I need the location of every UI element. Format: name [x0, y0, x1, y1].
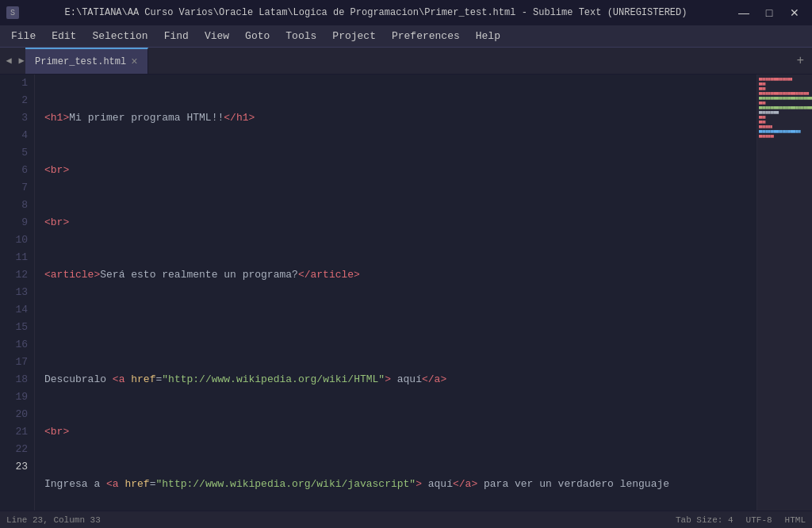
code-line-7: <br>	[44, 423, 749, 441]
tab-add-button[interactable]: +	[793, 52, 807, 70]
menu-item-project[interactable]: Project	[324, 27, 384, 45]
line-num-23: 23	[0, 458, 28, 476]
menu-item-tools[interactable]: Tools	[278, 27, 324, 45]
minimap-content: ████████████████████ ████ ████ █████████…	[757, 75, 812, 143]
tab-size: Tab Size: 4	[676, 515, 733, 525]
menu-item-preferences[interactable]: Preferences	[384, 27, 468, 45]
cursor-position: Line 23, Column 33	[6, 515, 101, 525]
code-line-4: <article>Será esto realmente un programa…	[44, 266, 749, 284]
line-num-18: 18	[0, 371, 28, 388]
menu-item-edit[interactable]: Edit	[44, 27, 84, 45]
line-num-15: 15	[0, 319, 28, 336]
code-line-2: <br>	[44, 162, 749, 179]
tab-prev-arrow[interactable]: ◀	[3, 55, 14, 67]
close-button[interactable]: ✕	[783, 5, 806, 21]
line-num-13: 13	[0, 284, 28, 301]
window-controls: — □ ✕	[733, 5, 806, 21]
line-num-11: 11	[0, 249, 28, 266]
line-num-2: 2	[0, 92, 28, 109]
menu-item-goto[interactable]: Goto	[237, 27, 278, 45]
app-icon: S	[6, 6, 19, 19]
line-num-3: 3	[0, 109, 28, 127]
line-num-19: 19	[0, 388, 28, 406]
code-line-1: <h1>Mi primer programa HTML!!</h1>	[44, 109, 749, 127]
line-num-9: 9	[0, 214, 28, 231]
file-type: HTML	[785, 515, 806, 525]
code-editor[interactable]: <h1>Mi primer programa HTML!!</h1> <br> …	[35, 75, 812, 511]
line-num-21: 21	[0, 423, 28, 441]
code-line-6: Descubralo <a href="http://www.wikipedia…	[44, 371, 749, 388]
maximize-button[interactable]: □	[758, 5, 780, 21]
line-num-14: 14	[0, 301, 28, 319]
menu-item-help[interactable]: Help	[468, 27, 508, 45]
editor: 1 2 3 4 5 6 7 8 9 10 11 12 13 14 15 16 1…	[0, 75, 812, 511]
line-num-22: 22	[0, 441, 28, 458]
line-num-8: 8	[0, 197, 28, 214]
line-num-16: 16	[0, 336, 28, 354]
minimap[interactable]: ████████████████████ ████ ████ █████████…	[756, 75, 812, 511]
code-line-5	[44, 319, 749, 336]
line-num-6: 6	[0, 162, 28, 179]
status-right: Tab Size: 4 UTF-8 HTML	[676, 515, 806, 525]
tab-primer-test[interactable]: Primer_test.html ×	[25, 48, 148, 74]
menu-item-find[interactable]: Find	[156, 27, 197, 45]
minimize-button[interactable]: —	[733, 5, 755, 21]
tab-close-button[interactable]: ×	[131, 55, 137, 68]
menu-item-view[interactable]: View	[197, 27, 237, 45]
menu-bar: FileEditSelectionFindViewGotoToolsProjec…	[0, 25, 812, 48]
tab-next-arrow[interactable]: ▶	[16, 55, 27, 67]
window-title: E:\TATIANA\AA Curso Varios\Oracle Latam\…	[25, 7, 726, 18]
tab-bar: ◀ ▶ Primer_test.html × +	[0, 48, 812, 75]
line-num-12: 12	[0, 266, 28, 284]
code-line-8: Ingresa a <a href="http://www.wikipedia.…	[44, 476, 749, 493]
code-line-3: <br>	[44, 214, 749, 231]
line-num-20: 20	[0, 406, 28, 423]
line-num-10: 10	[0, 231, 28, 249]
line-num-17: 17	[0, 354, 28, 371]
line-numbers: 1 2 3 4 5 6 7 8 9 10 11 12 13 14 15 16 1…	[0, 75, 35, 511]
line-num-5: 5	[0, 144, 28, 162]
status-bar: Line 23, Column 33 Tab Size: 4 UTF-8 HTM…	[0, 511, 812, 528]
line-num-4: 4	[0, 127, 28, 144]
menu-item-file[interactable]: File	[3, 27, 44, 45]
line-num-7: 7	[0, 179, 28, 197]
title-bar: S E:\TATIANA\AA Curso Varios\Oracle Lata…	[0, 0, 812, 25]
encoding: UTF-8	[746, 515, 772, 525]
line-num-1: 1	[0, 75, 28, 92]
tab-right-controls: +	[788, 48, 812, 74]
tab-label: Primer_test.html	[35, 56, 126, 67]
menu-item-selection[interactable]: Selection	[84, 27, 155, 45]
